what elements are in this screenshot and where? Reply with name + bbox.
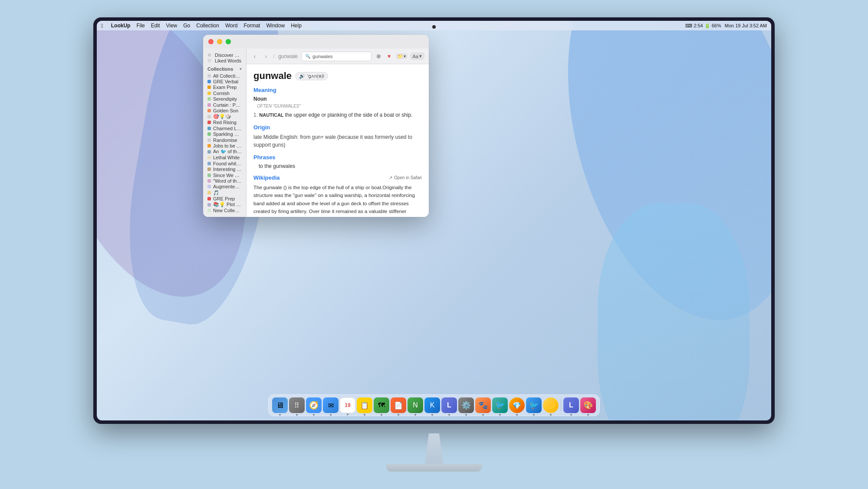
dock-finder[interactable]: 🖥: [272, 397, 288, 413]
collection-dot: [207, 85, 211, 89]
dock-safari[interactable]: 🧭: [306, 397, 322, 413]
menubar-edit[interactable]: Edit: [151, 23, 160, 29]
traffic-light-red[interactable]: [208, 39, 214, 44]
pronunciation-button[interactable]: 🔊 ˈɡʌn(ə)l: [295, 72, 328, 80]
sidebar-jobs-to-be-done[interactable]: Jobs to be done: [203, 143, 246, 148]
menubar-word[interactable]: Word: [225, 23, 237, 29]
sidebar-new-collection[interactable]: New Collection: [203, 208, 246, 213]
dock-sysprefs[interactable]: ⚙️: [458, 397, 474, 413]
sidebar-bird-floating[interactable]: An 🐦 of the floating 🌊: [203, 149, 246, 155]
sidebar-augmented-reality[interactable]: Augmented Reality: [203, 184, 246, 190]
collections-header[interactable]: Collections ▾: [203, 64, 246, 73]
gre-prep-label: GRE Prep: [213, 196, 235, 201]
menubar-file[interactable]: File: [136, 23, 145, 29]
collection-dot: [207, 203, 211, 207]
sidebar-since-we-fell[interactable]: Since We Fell: [203, 172, 246, 178]
found-while-reading-label: Found while reading: [213, 161, 242, 166]
like-button[interactable]: ♥: [385, 53, 393, 60]
open-safari-button[interactable]: ↗ Open in Safari: [389, 175, 422, 180]
back-button[interactable]: ‹: [251, 53, 259, 60]
meaning-section-title: Meaning: [253, 87, 422, 93]
dock-tweetbot[interactable]: 🐦: [526, 397, 542, 413]
dock-numbers[interactable]: N: [408, 397, 423, 413]
menubar-view[interactable]: View: [166, 23, 177, 29]
dock-sketch[interactable]: 💎: [509, 397, 525, 413]
dock-icon-last[interactable]: 🎨: [580, 397, 596, 413]
sidebar-red-rising[interactable]: Red Rising: [203, 120, 246, 125]
traffic-light-green[interactable]: [226, 39, 231, 44]
dock-paw[interactable]: 🐾: [475, 397, 491, 413]
serendipity-label: Serendipity: [213, 96, 237, 102]
sidebar-sparkling-cyanide[interactable]: Sparkling Cyanide: [203, 131, 246, 137]
sidebar: ☆ Discover Words ♡ Liked Words Collectio…: [203, 49, 247, 217]
sidebar-golden-son[interactable]: Golden Son: [203, 108, 246, 113]
app-window: ☆ Discover Words ♡ Liked Words Collectio…: [203, 35, 429, 217]
forward-button[interactable]: ›: [262, 53, 270, 60]
sidebar-interesting-origins[interactable]: Interesting Origins: [203, 167, 246, 172]
sidebar-lethal-white[interactable]: Lethal White: [203, 155, 246, 161]
menubar-app-name[interactable]: LookUp: [111, 23, 131, 29]
breadcrumb-separator: /: [273, 53, 275, 59]
dock-keynote[interactable]: K: [424, 397, 440, 413]
dock-notes[interactable]: 📋: [357, 397, 372, 413]
dock-pages[interactable]: 📄: [391, 397, 406, 413]
menubar-format[interactable]: Format: [243, 23, 260, 29]
font-size-button[interactable]: Aa ▾: [410, 53, 424, 60]
sidebar-cornish[interactable]: Cornish: [203, 90, 246, 96]
menubar-window[interactable]: Window: [266, 23, 285, 29]
collection-dot: [207, 121, 211, 124]
numbers-icon: N: [413, 401, 418, 409]
word-title-section: gunwale 🔊 ˈɡʌn(ə)l: [253, 70, 422, 82]
collection-button[interactable]: 📁 ▾: [396, 53, 408, 59]
safari-icon: 🧭: [309, 400, 319, 410]
dock-wunderbucket[interactable]: 🐦: [492, 397, 508, 413]
sidebar-charmed-life[interactable]: Charmed Life of Alex M...: [203, 125, 246, 131]
sidebar-curtain-poirot[interactable]: Curtain : Poirot: [203, 102, 246, 108]
clear-button[interactable]: ⊗: [375, 53, 383, 60]
search-field[interactable]: 🔍 gunwales: [301, 52, 371, 61]
sidebar-music-emoji[interactable]: 🎵: [203, 190, 246, 196]
lookup-icon: L: [447, 401, 451, 409]
sidebar-all-collections[interactable]: All Collections: [203, 73, 246, 79]
collection-dot: [207, 132, 211, 136]
sidebar-word-of-day[interactable]: "Word of the Day": [203, 178, 246, 184]
bird-floating-label: An 🐦 of the floating 🌊: [213, 149, 242, 154]
stand-base: [386, 464, 482, 472]
dock-lookup2[interactable]: L: [563, 397, 579, 413]
dict-content: gunwale 🔊 ˈɡʌn(ə)l Meaning Noun OFTEN "G…: [247, 64, 429, 217]
toolbar-right: ⊗ ♥ 📁 ▾ Aa ▾: [375, 53, 424, 60]
sidebar-emoji-collection[interactable]: 🎯💡🎲: [203, 114, 246, 120]
keynote-icon: K: [430, 401, 435, 409]
dock-launchpad[interactable]: ⠿: [289, 397, 305, 413]
menubar-help[interactable]: Help: [291, 23, 302, 29]
star-icon: ☆: [207, 53, 213, 57]
exam-prep-label: Exam Prep: [213, 85, 237, 90]
window-titlebar: [203, 35, 429, 49]
menubar-collection[interactable]: Collection: [196, 23, 219, 29]
sidebar-found-while-reading[interactable]: Found while reading: [203, 161, 246, 166]
def-text: the upper edge or planking of the side o…: [285, 112, 412, 118]
collections-label: Collections: [207, 66, 233, 72]
sidebar-gre-prep[interactable]: GRE Prep: [203, 196, 246, 201]
sidebar-serendipity[interactable]: Serendipity: [203, 96, 246, 102]
dock-maps[interactable]: 🗺: [374, 397, 389, 413]
sidebar-discover-words[interactable]: ☆ Discover Words: [203, 52, 246, 58]
menubar-left:  LookUp File Edit View Go Collection Wo…: [101, 23, 302, 29]
collection-dot: [207, 109, 211, 112]
dock-moon[interactable]: 🌙: [543, 397, 559, 413]
dock-lookup[interactable]: L: [441, 397, 457, 413]
traffic-light-yellow[interactable]: [217, 39, 222, 44]
menubar-go[interactable]: Go: [183, 23, 190, 29]
open-safari-label: Open in Safari: [394, 175, 422, 180]
dock-mail[interactable]: ✉: [323, 397, 339, 413]
sidebar-randomise[interactable]: Randomise: [203, 137, 246, 143]
collection-dot: [207, 74, 211, 78]
pages-icon: 📄: [394, 401, 403, 410]
sidebar-plot-devices[interactable]: 📚💡 Plot Devices: [203, 202, 246, 208]
dock-calendar[interactable]: 19: [340, 397, 355, 413]
sidebar-gre-verbal[interactable]: GRE Verbal: [203, 79, 246, 84]
sidebar-exam-prep[interactable]: Exam Prep: [203, 85, 246, 90]
sidebar-liked-words[interactable]: ♡ Liked Words: [203, 58, 246, 63]
apple-menu[interactable]: : [101, 23, 103, 29]
phrases-section-title: Phrases: [253, 154, 422, 161]
